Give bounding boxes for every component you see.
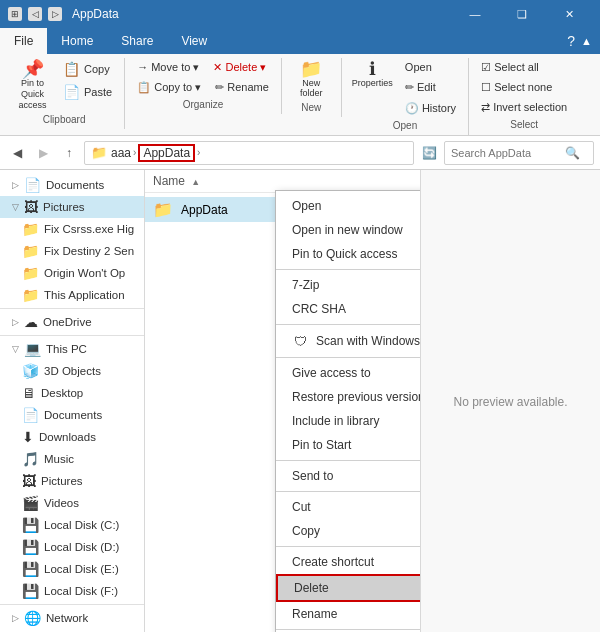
maximize-button[interactable]: ❑ — [499, 0, 545, 28]
sidebar-item-local-f[interactable]: 💾 Local Disk (F:) — [0, 580, 144, 602]
sidebar-label-local-f: Local Disk (F:) — [44, 585, 118, 597]
new-folder-button[interactable]: 📁 Newfolder — [293, 58, 329, 100]
ctx-create-shortcut[interactable]: Create shortcut — [276, 550, 420, 574]
ctx-open[interactable]: Open — [276, 194, 420, 218]
forward-button[interactable]: ▶ — [32, 142, 54, 164]
title-text: AppData — [72, 7, 119, 21]
expand-thispc-icon: ▽ — [12, 344, 19, 354]
edit-button[interactable]: ✏ Edit — [399, 78, 462, 97]
sidebar-item-this-app[interactable]: 📁 This Application — [0, 284, 144, 306]
ctx-pin-quick[interactable]: Pin to Quick access — [276, 242, 420, 266]
tab-share[interactable]: Share — [107, 28, 167, 54]
address-path[interactable]: 📁 aaa › AppData › — [84, 141, 414, 165]
ctx-delete[interactable]: Delete — [276, 574, 420, 602]
search-icon: 🔍 — [565, 146, 580, 160]
sidebar-item-pictures[interactable]: ▽ 🖼 Pictures — [0, 196, 144, 218]
ctx-scan[interactable]: 🛡 Scan with Windows Defender... — [276, 328, 420, 354]
ribbon-help-icon[interactable]: ? — [567, 33, 575, 49]
ctx-include-library[interactable]: Include in library › — [276, 409, 420, 433]
sidebar-item-network[interactable]: ▷ 🌐 Network — [0, 607, 144, 629]
ctx-open-new-window[interactable]: Open in new window — [276, 218, 420, 242]
search-input[interactable] — [451, 147, 561, 159]
ctx-restore-versions[interactable]: Restore previous versions — [276, 385, 420, 409]
tab-home[interactable]: Home — [47, 28, 107, 54]
back-button[interactable]: ◀ — [6, 142, 28, 164]
history-button[interactable]: 🕐 History — [399, 99, 462, 118]
clipboard-group-label: Clipboard — [43, 114, 86, 125]
column-name[interactable]: Name ▲ — [153, 174, 412, 188]
sidebar-item-downloads[interactable]: ⬇ Downloads — [0, 426, 144, 448]
ribbon-group-new: 📁 Newfolder New — [282, 58, 342, 117]
ribbon: File Home Share View ? ▲ 📌 Pin to Quicka… — [0, 28, 600, 136]
up-button[interactable]: ↑ — [58, 142, 80, 164]
delete-button[interactable]: ✕ Delete ▾ — [207, 58, 272, 77]
open-button[interactable]: Open — [399, 58, 462, 76]
sidebar-item-music[interactable]: 🎵 Music — [0, 448, 144, 470]
ctx-give-access[interactable]: Give access to › — [276, 361, 420, 385]
title-bar: ⊞ ◁ ▷ AppData — ❑ ✕ — [0, 0, 600, 28]
minimize-button[interactable]: — — [452, 0, 498, 28]
search-box[interactable]: 🔍 — [444, 141, 594, 165]
ctx-open-new-window-label: Open in new window — [292, 223, 403, 237]
disk-f-icon: 💾 — [22, 583, 39, 599]
sidebar-item-local-d[interactable]: 💾 Local Disk (D:) — [0, 536, 144, 558]
ribbon-group-open: ℹ Properties Open ✏ Edit 🕐 History Open — [342, 58, 469, 135]
sidebar-item-pictures2[interactable]: 🖼 Pictures — [0, 470, 144, 492]
ribbon-collapse-icon[interactable]: ▲ — [581, 35, 592, 47]
ctx-rename-label: Rename — [292, 607, 337, 621]
pin-to-quick-button[interactable]: 📌 Pin to Quickaccess — [10, 58, 55, 112]
select-none-button[interactable]: ☐ Select none — [475, 78, 573, 97]
properties-button[interactable]: ℹ Properties — [348, 58, 397, 118]
ctx-send-to[interactable]: Send to › — [276, 464, 420, 488]
folder-icon-2: 📁 — [22, 243, 39, 259]
invert-selection-button[interactable]: ⇄ Invert selection — [475, 98, 573, 117]
quick-access-icon: ⊞ — [8, 7, 22, 21]
sidebar-label-fix-destiny: Fix Destiny 2 Sen — [44, 245, 134, 257]
sidebar-label-documents: Documents — [46, 179, 104, 191]
no-preview-text: No preview available. — [453, 395, 567, 409]
path-segment-appdata[interactable]: AppData — [138, 144, 195, 162]
sidebar-item-fix-destiny[interactable]: 📁 Fix Destiny 2 Sen — [0, 240, 144, 262]
ctx-crc-sha[interactable]: CRC SHA › — [276, 297, 420, 321]
copy-button[interactable]: 📋Copy — [57, 58, 118, 80]
sidebar-item-onedrive[interactable]: ▷ ☁ OneDrive — [0, 311, 144, 333]
path-segment-aaa[interactable]: aaa — [111, 146, 131, 160]
pictures-icon: 🖼 — [24, 199, 38, 215]
ctx-divider-7 — [276, 629, 420, 630]
sidebar-item-origin[interactable]: 📁 Origin Won't Op — [0, 262, 144, 284]
music-icon: 🎵 — [22, 451, 39, 467]
close-button[interactable]: ✕ — [546, 0, 592, 28]
back-icon-title: ◁ — [28, 7, 42, 21]
sidebar-item-fix-csrss[interactable]: 📁 Fix Csrss.exe Hig — [0, 218, 144, 240]
ctx-copy-label: Copy — [292, 524, 320, 538]
ctx-7zip-label: 7-Zip — [292, 278, 319, 292]
paste-button[interactable]: 📄Paste — [57, 81, 118, 103]
sidebar-item-3d-objects[interactable]: 🧊 3D Objects — [0, 360, 144, 382]
sidebar-item-videos[interactable]: 🎬 Videos — [0, 492, 144, 514]
sidebar-item-local-c[interactable]: 💾 Local Disk (C:) — [0, 514, 144, 536]
desktop-icon: 🖥 — [22, 385, 36, 401]
ctx-rename[interactable]: Rename — [276, 602, 420, 626]
sidebar-item-desktop[interactable]: 🖥 Desktop — [0, 382, 144, 404]
rename-button[interactable]: ✏ Rename — [209, 78, 275, 97]
sidebar-label-local-e: Local Disk (E:) — [44, 563, 119, 575]
copy-to-button[interactable]: 📋 Copy to ▾ — [131, 78, 207, 97]
sidebar-item-thispc[interactable]: ▽ 💻 This PC — [0, 338, 144, 360]
ctx-7zip[interactable]: 7-Zip › — [276, 273, 420, 297]
tab-file[interactable]: File — [0, 28, 47, 54]
ctx-cut[interactable]: Cut — [276, 495, 420, 519]
sidebar-item-documents2[interactable]: 📄 Documents — [0, 404, 144, 426]
sidebar-label-videos: Videos — [44, 497, 79, 509]
select-all-button[interactable]: ☑ Select all — [475, 58, 573, 77]
ctx-copy[interactable]: Copy — [276, 519, 420, 543]
ctx-include-library-label: Include in library — [292, 414, 379, 428]
sidebar-item-local-e[interactable]: 💾 Local Disk (E:) — [0, 558, 144, 580]
organize-group-label: Organize — [183, 99, 224, 110]
refresh-button[interactable]: 🔄 — [418, 142, 440, 164]
ctx-pin-start-label: Pin to Start — [292, 438, 351, 452]
disk-e-icon: 💾 — [22, 561, 39, 577]
move-to-button[interactable]: → Move to ▾ — [131, 58, 205, 77]
tab-view[interactable]: View — [167, 28, 221, 54]
sidebar-item-documents[interactable]: ▷ 📄 Documents — [0, 174, 144, 196]
ctx-pin-start[interactable]: Pin to Start — [276, 433, 420, 457]
